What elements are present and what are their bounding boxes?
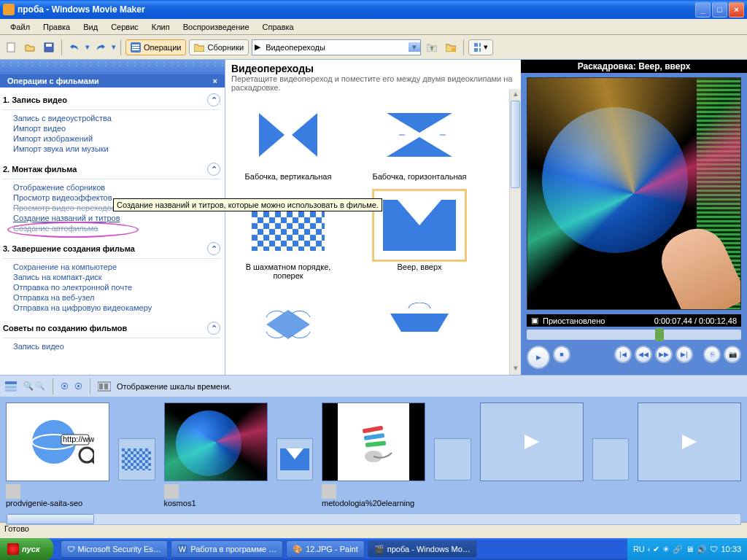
task-automovie[interactable]: Создание автофильма <box>13 223 220 233</box>
section-tips[interactable]: Советы по созданию фильмов⌃ <box>3 319 220 338</box>
clock[interactable]: 10:33 <box>721 545 741 553</box>
seek-bar[interactable] <box>527 330 741 340</box>
system-tray[interactable]: RU ‹ ✔ ☀ 🔗 🖥 🔊 🛡 10:33 <box>627 538 747 560</box>
clip-empty[interactable] <box>638 402 741 481</box>
transition-item[interactable] <box>368 292 471 362</box>
taskbar-item[interactable]: 🛡Microsoft Security Es… <box>61 540 168 558</box>
taskbar-item[interactable]: WРабота в программе … <box>171 540 283 558</box>
menu-view[interactable]: Вид <box>77 21 104 33</box>
task-save-computer[interactable]: Сохранение на компьютере <box>13 262 220 272</box>
task-import-audio[interactable]: Импорт звука или музыки <box>13 144 220 154</box>
section-finish[interactable]: 3. Завершение создания фильма⌃ <box>3 239 220 259</box>
taskbar-item-active[interactable]: 🎬проба - Windows Mo… <box>368 540 477 558</box>
collapse-icon[interactable]: ⌃ <box>207 93 220 106</box>
tray-expand-icon[interactable]: ‹ <box>648 545 651 553</box>
transition-item[interactable] <box>237 292 339 362</box>
task-save-cd[interactable]: Запись на компакт-диск <box>13 272 220 282</box>
task-titles[interactable]: Создание названий и титров <box>13 213 220 223</box>
effects-icon[interactable] <box>322 484 336 499</box>
transitions-gallery: Видеопереходы Перетащите видеопереход и … <box>225 60 521 375</box>
split-button[interactable]: ⎘ <box>703 346 721 363</box>
forward-button[interactable]: ▶▶ <box>655 346 673 363</box>
task-send-dv[interactable]: Отправка на цифровую видеокамеру <box>13 303 220 313</box>
tip-capture[interactable]: Запись видео <box>13 341 220 351</box>
menu-clip[interactable]: Клип <box>146 21 176 33</box>
play-timeline-icon[interactable]: ⦿ <box>74 382 82 391</box>
transition-item[interactable]: Бабочка, горизонтальная <box>368 102 471 181</box>
menu-help[interactable]: Справка <box>257 21 300 33</box>
storyboard-icon[interactable] <box>98 380 111 393</box>
menu-file[interactable]: Файл <box>4 21 36 33</box>
task-capture-device[interactable]: Запись с видеоустройства <box>13 113 220 123</box>
zoom-out-icon[interactable]: 🔍 <box>35 381 45 391</box>
effects-icon[interactable] <box>6 484 20 499</box>
prev-button[interactable]: |◀ <box>614 346 632 363</box>
collapse-icon[interactable]: ⌃ <box>207 163 220 176</box>
close-button[interactable]: × <box>729 2 744 18</box>
clip-thumb[interactable]: http://www. <box>6 402 109 481</box>
clip-thumb[interactable] <box>322 402 425 481</box>
collapse-icon[interactable]: ⌃ <box>207 242 220 255</box>
menu-play[interactable]: Воспроизведение <box>177 21 255 33</box>
transition-slot-empty[interactable] <box>434 438 471 481</box>
taskbar-item[interactable]: 🎨12.JPG - Paint <box>286 540 365 558</box>
section-edit[interactable]: 2. Монтаж фильма⌃ <box>3 160 220 179</box>
tray-icon[interactable]: 🔗 <box>673 545 683 554</box>
redo-button[interactable] <box>93 39 109 55</box>
section-capture[interactable]: 1. Запись видео⌃ <box>3 90 220 110</box>
rewind-button[interactable]: ◀◀ <box>635 346 652 363</box>
tray-icon[interactable]: 🛡 <box>710 545 718 553</box>
save-button[interactable] <box>41 39 57 55</box>
task-send-web[interactable]: Отправка на веб-узел <box>13 292 220 303</box>
menu-edit[interactable]: Правка <box>37 21 76 33</box>
pause-icon: ▣ <box>531 316 538 325</box>
tray-icon[interactable]: 🖥 <box>686 545 694 553</box>
tray-icon[interactable]: ☀ <box>662 545 670 554</box>
location-input[interactable] <box>263 40 409 55</box>
storyboard-scrollbar[interactable] <box>6 513 741 525</box>
maximize-button[interactable]: □ <box>712 2 727 18</box>
play-button[interactable]: ▶ <box>527 346 550 369</box>
transition-item-selected[interactable]: Веер, вверх <box>368 192 471 280</box>
timeline-toggle-icon[interactable] <box>4 380 18 393</box>
start-button[interactable]: пуск <box>0 538 53 560</box>
zoom-in-icon[interactable]: 🔍 <box>23 381 34 391</box>
new-button[interactable] <box>3 39 19 55</box>
transition-slot[interactable] <box>118 438 155 481</box>
clip-empty[interactable] <box>480 402 584 481</box>
svg-rect-40 <box>363 426 384 434</box>
clip-thumb[interactable] <box>164 402 268 481</box>
stop-button[interactable]: ■ <box>553 346 570 363</box>
tray-icon[interactable]: 🔊 <box>697 545 707 554</box>
location-combo[interactable]: ▶ ▾ <box>252 39 421 55</box>
up-button[interactable] <box>424 39 440 55</box>
next-button[interactable]: ▶| <box>676 346 693 363</box>
scrollbar[interactable]: ▴ ▾ <box>509 89 521 375</box>
task-send-email[interactable]: Отправка по электронной почте <box>13 282 220 292</box>
snapshot-button[interactable]: 📷 <box>724 346 741 363</box>
undo-button[interactable] <box>66 39 82 55</box>
transition-slot[interactable] <box>276 438 314 481</box>
storyboard[interactable]: http://www. prodvigenie-saita-seo kosmos… <box>0 397 747 522</box>
task-import-pic[interactable]: Импорт изображений <box>13 133 220 144</box>
rewind-icon[interactable]: ⦿ <box>61 382 69 391</box>
transition-slot-empty[interactable] <box>592 438 630 481</box>
combo-dropdown-icon[interactable]: ▾ <box>409 42 420 52</box>
transition-item[interactable]: Бабочка, вертикальная <box>237 102 339 181</box>
task-show-collections[interactable]: Отображение сборников <box>13 182 220 192</box>
titlebar: проба - Windows Movie Maker _ □ × <box>0 0 747 19</box>
task-import-video[interactable]: Импорт видео <box>13 123 220 133</box>
menu-tools[interactable]: Сервис <box>105 21 144 33</box>
newfolder-button[interactable] <box>443 39 459 55</box>
tasks-button[interactable]: Операции <box>125 39 186 55</box>
collapse-icon[interactable]: ⌃ <box>207 322 220 335</box>
collections-button[interactable]: Сборники <box>189 39 249 55</box>
svg-rect-24 <box>5 386 17 389</box>
effects-icon[interactable] <box>164 484 179 499</box>
open-button[interactable] <box>22 39 38 55</box>
lang-indicator[interactable]: RU <box>633 545 645 553</box>
tasks-close-icon[interactable]: × <box>213 77 217 85</box>
view-button[interactable]: ▾ <box>468 39 493 55</box>
tray-icon[interactable]: ✔ <box>653 545 659 554</box>
minimize-button[interactable]: _ <box>695 2 711 18</box>
